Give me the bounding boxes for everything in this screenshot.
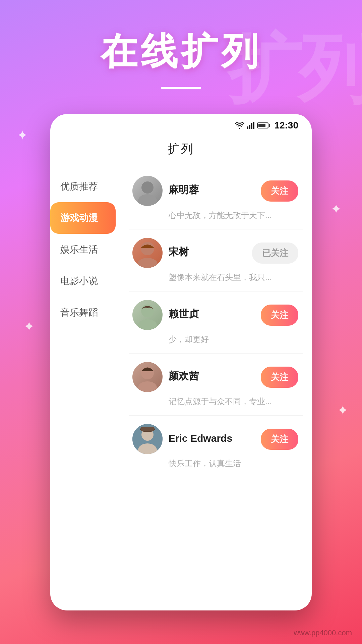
user-info-4: 颜欢茜: [169, 369, 255, 385]
user-name-1: 麻明蓉: [169, 183, 255, 197]
user-name-5: Eric Edwards: [169, 433, 255, 444]
user-list: 麻明蓉 关注 心中无敌，方能无敌于天下...: [121, 167, 312, 477]
status-time: 12:30: [274, 120, 298, 131]
follow-button-2[interactable]: 已关注: [252, 243, 298, 264]
app-header: 扩列: [50, 134, 312, 167]
svg-rect-16: [141, 427, 154, 431]
svg-rect-0: [247, 126, 248, 129]
follow-button-1[interactable]: 关注: [261, 180, 298, 202]
svg-point-9: [138, 319, 157, 330]
sidebar-item-quality[interactable]: 优质推荐: [50, 171, 117, 202]
watermark: www.pp4000.com: [294, 629, 352, 637]
follow-button-5[interactable]: 关注: [261, 429, 298, 450]
svg-rect-2: [251, 123, 252, 129]
svg-point-6: [141, 242, 154, 255]
svg-rect-3: [253, 122, 254, 129]
signal-icon: [247, 122, 254, 129]
status-icons: [235, 122, 268, 129]
user-desc-3: 少，却更好: [132, 334, 298, 345]
sparkle-icon-4: ✦: [337, 402, 349, 418]
hero-title: 在线扩列: [101, 27, 261, 77]
sidebar-item-music[interactable]: 音乐舞蹈: [50, 297, 117, 328]
follow-button-3[interactable]: 关注: [261, 305, 298, 326]
svg-point-4: [141, 181, 154, 194]
svg-point-7: [137, 258, 158, 268]
user-desc-4: 记忆点源于与众不同，专业...: [132, 396, 298, 407]
hero-divider: [161, 87, 201, 89]
hero-area: 在线扩列: [0, 0, 362, 89]
svg-point-11: [138, 381, 157, 392]
sparkle-icon-2: ✦: [330, 201, 342, 217]
user-info-5: Eric Edwards: [169, 433, 255, 446]
user-info-2: 宋树: [169, 245, 246, 261]
user-desc-5: 快乐工作，认真生活: [132, 458, 298, 469]
follow-button-4[interactable]: 关注: [261, 367, 298, 388]
user-card-1: 麻明蓉 关注 心中无敌，方能无敌于天下...: [129, 167, 303, 229]
battery-icon: [257, 122, 268, 128]
user-card-5: Eric Edwards 关注 快乐工作，认真生活: [129, 416, 303, 477]
user-row-4: 颜欢茜 关注: [132, 362, 298, 392]
user-name-2: 宋树: [169, 245, 246, 259]
status-bar: 12:30: [50, 114, 312, 134]
user-info-3: 赖世贞: [169, 307, 255, 323]
avatar-5: [132, 424, 163, 454]
user-desc-2: 塑像本来就在石头里，我只...: [132, 272, 298, 283]
wifi-icon: [235, 122, 244, 129]
user-card-2: 宋树 已关注 塑像本来就在石头里，我只...: [129, 229, 303, 291]
sidebar-item-game[interactable]: 游戏动漫: [50, 202, 116, 234]
user-row-1: 麻明蓉 关注: [132, 176, 298, 206]
avatar-1: [132, 176, 163, 206]
user-card-3: 赖世贞 关注 少，却更好: [129, 291, 303, 354]
user-card-4: 颜欢茜 关注 记忆点源于与众不同，专业...: [129, 354, 303, 416]
sparkle-icon-3: ✦: [23, 319, 35, 334]
svg-point-5: [138, 194, 157, 206]
avatar-4: [132, 362, 163, 392]
user-name-4: 颜欢茜: [169, 369, 255, 383]
user-row-2: 宋树 已关注: [132, 238, 298, 268]
main-content: 优质推荐 游戏动漫 娱乐生活 电影小说 音乐舞蹈 麻明蓉: [50, 167, 312, 487]
sidebar: 优质推荐 游戏动漫 娱乐生活 电影小说 音乐舞蹈: [50, 167, 121, 477]
avatar-2: [132, 238, 163, 268]
phone-mockup: 12:30 扩列 优质推荐 游戏动漫 娱乐生活 电影小说 音乐舞蹈: [50, 114, 312, 610]
user-info-1: 麻明蓉: [169, 183, 255, 199]
sidebar-item-movie[interactable]: 电影小说: [50, 265, 117, 297]
svg-rect-1: [249, 125, 250, 129]
user-desc-1: 心中无敌，方能无敌于天下...: [132, 210, 298, 221]
user-name-3: 赖世贞: [169, 307, 255, 321]
user-row-3: 赖世贞 关注: [132, 300, 298, 330]
sparkle-icon-1: ✦: [17, 127, 28, 143]
user-row-5: Eric Edwards 关注: [132, 424, 298, 454]
sidebar-item-entertainment[interactable]: 娱乐生活: [50, 234, 117, 265]
avatar-3: [132, 300, 163, 330]
